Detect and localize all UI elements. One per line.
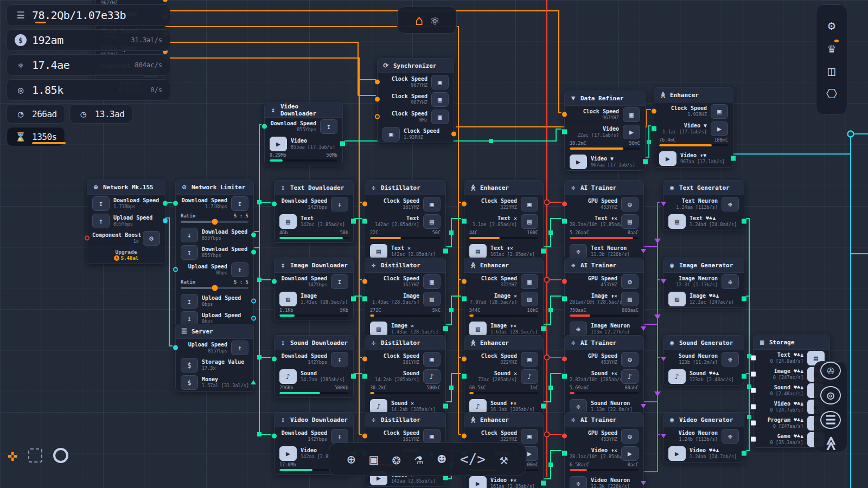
port-sq-green[interactable] — [340, 142, 345, 146]
tab-processors[interactable]: ▣ — [369, 451, 378, 467]
target-button[interactable]: ◎ — [820, 386, 841, 404]
ratio-slider-knob[interactable] — [212, 219, 218, 225]
port-dot-green[interactable] — [163, 201, 168, 206]
port-dot-orange[interactable] — [362, 357, 367, 362]
sound-icon[interactable]: ♪ — [370, 399, 387, 414]
port-sq-green[interactable] — [562, 130, 567, 134]
port-dot-orange[interactable] — [462, 357, 467, 362]
text-icon[interactable]: ▤ — [621, 214, 639, 229]
sound-icon[interactable]: ♪ — [668, 369, 686, 384]
image-icon[interactable]: ▨ — [521, 292, 538, 306]
video-icon[interactable]: ▶ — [270, 137, 287, 151]
image-icon[interactable]: ▨ — [469, 322, 487, 336]
chip-icon[interactable]: ▣ — [423, 274, 441, 289]
image-icon[interactable]: ▨ — [621, 292, 639, 306]
download-icon[interactable]: ↧ — [331, 352, 348, 367]
enhancer-image[interactable]: ≫EnhancerClock Speed322YHZ▣Image ✕7.07ad… — [464, 258, 544, 338]
chip-icon[interactable]: ▣ — [521, 197, 538, 211]
port-dot-orange[interactable] — [462, 434, 467, 439]
port-sq-green[interactable] — [362, 374, 367, 379]
node-header[interactable]: ▦Storage — [754, 335, 829, 350]
image-icon[interactable]: ▨ — [668, 292, 686, 306]
storage-readout[interactable]: ☰ 78.2Qb/1.07e33b — [7, 4, 170, 26]
port-dot-orange[interactable] — [562, 112, 567, 117]
encyclopedia-button[interactable]: ◫ — [828, 64, 835, 78]
neuron-icon[interactable]: ❉ — [570, 476, 587, 488]
video-icon[interactable]: ▶ — [659, 151, 676, 166]
port-sq-green[interactable] — [731, 156, 736, 161]
node-header[interactable]: ◉Text Generator — [663, 181, 744, 195]
port-dot-green[interactable] — [173, 201, 178, 206]
ai-trainer-text[interactable]: ❉AI TrainerGPU Speed453YHZ❂Text ↟✕28.2ae… — [564, 180, 644, 260]
port-dot-cyan[interactable] — [163, 219, 168, 223]
text-icon[interactable]: ▤ — [521, 214, 538, 229]
port-sq-white[interactable] — [751, 388, 756, 393]
synchronizer[interactable]: ⟳SynchronizerClock Speed967YHZ▣Clock Spe… — [377, 58, 454, 143]
node-header[interactable]: ≫Enhancer — [464, 336, 543, 350]
video-icon[interactable]: ▶ — [621, 446, 639, 461]
port-sq-white[interactable] — [751, 437, 756, 442]
port-sq-green[interactable] — [742, 219, 746, 224]
node-header[interactable]: ◉Sound Generator — [663, 336, 744, 350]
spin-button[interactable]: ✇ — [820, 362, 841, 380]
chip-icon[interactable]: ▣ — [431, 110, 449, 124]
port-tri-purple[interactable] — [661, 434, 666, 438]
port-dot-green[interactable] — [272, 357, 277, 362]
node-header[interactable]: ▼Data Refiner — [565, 91, 645, 106]
port-sq-green[interactable] — [562, 374, 567, 379]
video-generator[interactable]: ◉Video GeneratorVideo Neuron1.24b [113b/… — [663, 412, 744, 463]
port-dot-green[interactable] — [272, 279, 277, 284]
money-readout[interactable]: $ 192am 31.3al/s — [7, 29, 170, 51]
port-sq-green[interactable] — [562, 219, 567, 224]
tab-code[interactable]: </> — [460, 451, 486, 467]
node-header[interactable]: ✢Distillator — [365, 181, 445, 195]
neuron-icon[interactable]: ❉ — [570, 399, 587, 414]
port-dot-orange[interactable] — [362, 434, 367, 439]
port-sq-green[interactable] — [541, 404, 546, 409]
move-tool[interactable]: ✜ — [8, 446, 17, 465]
port-dot-green[interactable] — [262, 124, 267, 129]
ai-trainer-video[interactable]: ❉AI TrainerGPU Speed453YHZ❂Video ↟✕28.1a… — [564, 412, 644, 488]
port-sq-green[interactable] — [462, 297, 467, 301]
data-refiner[interactable]: ▼Data RefinerClock Speed967YHZ▣Video22ac… — [564, 91, 646, 171]
port-sq-green[interactable] — [443, 404, 448, 409]
gear-icon[interactable]: ⚙ — [143, 231, 160, 246]
neuron-icon[interactable]: ❉ — [722, 274, 739, 289]
sound-icon[interactable]: ♪ — [423, 369, 441, 384]
rank-button[interactable]: ⎔ — [826, 87, 837, 101]
download-icon[interactable]: ↧ — [181, 228, 198, 242]
sound-icon[interactable]: ♪ — [469, 399, 487, 414]
chip-icon[interactable]: ▣ — [423, 352, 441, 367]
port-sq-white[interactable] — [751, 421, 756, 426]
text-icon[interactable]: ▤ — [279, 214, 297, 229]
port-sq-white[interactable] — [751, 356, 756, 361]
node-header[interactable]: ✢Distillator — [365, 258, 445, 273]
chip-icon[interactable]: ▣ — [521, 274, 538, 289]
port-dot-orange[interactable] — [362, 202, 367, 207]
port-sq-green[interactable] — [351, 297, 356, 301]
image-generator[interactable]: ◉Image GeneratorImage Neuron12.3t [1.13b… — [663, 258, 744, 308]
port-dot-orange[interactable] — [362, 279, 367, 284]
port-sq-green[interactable] — [541, 249, 546, 254]
node-header[interactable]: ✢Distillator — [365, 413, 445, 427]
ratio-slider[interactable] — [181, 287, 248, 289]
servers-button[interactable]: ☰ — [820, 411, 841, 429]
dollar-icon[interactable]: $ — [181, 375, 198, 390]
port-tri-purple[interactable] — [661, 357, 666, 361]
node-header[interactable]: ◉Image Generator — [663, 258, 744, 273]
port-sq-green[interactable] — [443, 249, 448, 254]
video-icon[interactable]: ▶ — [469, 476, 487, 488]
port-sq-green[interactable] — [562, 451, 567, 456]
neuron-icon[interactable]: ❉ — [570, 322, 587, 336]
port-dot-cyan-hollow[interactable] — [251, 316, 256, 321]
port-sq-white[interactable] — [751, 404, 756, 409]
pie-readout[interactable]: ◔ 266ad — [7, 104, 65, 124]
dollar-icon[interactable]: $ — [181, 358, 198, 373]
port-sq-green[interactable] — [443, 326, 448, 331]
text-icon[interactable]: ▤ — [469, 244, 487, 259]
upload-icon[interactable]: ↥ — [231, 341, 248, 355]
node-header[interactable]: ↧Sound Downloader — [275, 336, 353, 350]
neuron-icon[interactable]: ❉ — [722, 429, 739, 444]
node-header[interactable]: ☰Server — [176, 324, 253, 339]
upload-icon[interactable]: ↥ — [92, 214, 110, 228]
